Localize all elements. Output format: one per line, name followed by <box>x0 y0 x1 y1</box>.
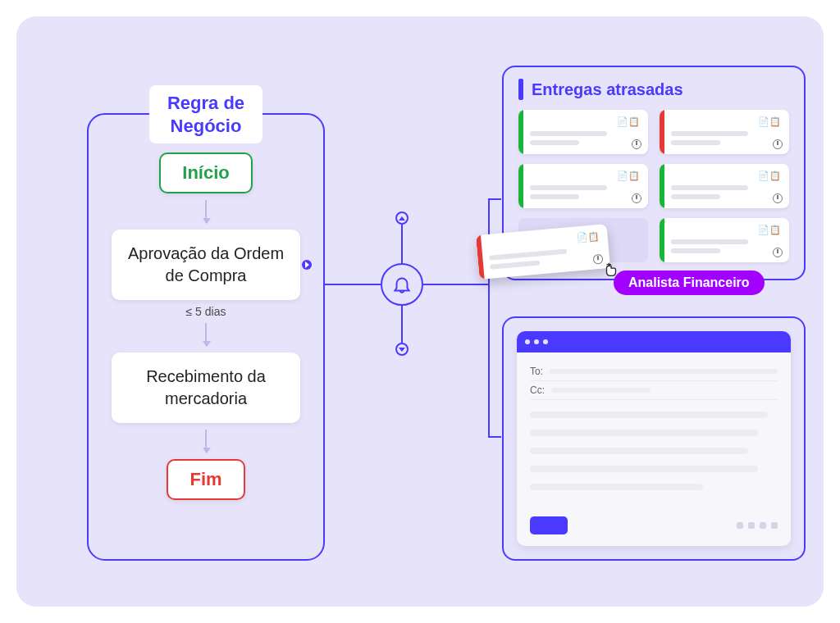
email-send-button[interactable] <box>530 516 568 534</box>
status-stripe-green <box>660 218 664 262</box>
connector-line <box>488 436 501 438</box>
window-dot-icon <box>525 339 530 344</box>
late-deliveries-header: Entregas atrasadas <box>518 79 789 100</box>
placeholder-line <box>530 466 758 472</box>
connector-line <box>488 198 501 200</box>
connector-line <box>423 284 489 285</box>
clock-icon <box>773 248 783 257</box>
status-stripe-green <box>660 164 664 208</box>
flow-end-node: Fim <box>167 459 244 500</box>
flow-start-node: Início <box>159 152 252 193</box>
card-meta-icons: 📄📋 <box>488 231 600 252</box>
connector-arrow-down-icon <box>395 343 409 356</box>
email-cc-label: Cc: <box>530 384 545 396</box>
connector-line <box>325 284 381 285</box>
card-meta-icons: 📄📋 <box>671 171 781 181</box>
email-titlebar <box>517 331 791 352</box>
status-stripe-red <box>660 110 664 154</box>
card-meta-icons: 📄📋 <box>671 225 781 235</box>
clock-icon <box>632 193 641 203</box>
task-card[interactable]: 📄📋 <box>518 164 648 208</box>
footer-action-icon[interactable] <box>748 522 755 529</box>
branch-play-icon <box>302 260 312 270</box>
email-to-row: To: <box>530 362 778 381</box>
task-card[interactable]: 📄📋 <box>660 110 789 154</box>
flow-sla-label: ≤ 5 dias <box>186 305 226 318</box>
diagram-canvas: Regra de Negócio Início Aprovação da Ord… <box>16 16 824 607</box>
flow-stage-approval: Aprovação da Ordem de Compra <box>112 230 300 300</box>
flow-column: Início Aprovação da Ordem de Compra ≤ 5 … <box>112 152 300 500</box>
clock-icon <box>632 139 641 149</box>
footer-action-icon[interactable] <box>771 522 778 529</box>
status-stripe-green <box>518 110 523 154</box>
email-window: To: Cc: <box>517 331 791 546</box>
rule-title-line1: Regra de <box>167 93 244 113</box>
task-card[interactable]: 📄📋 <box>660 164 789 208</box>
card-meta-icons: 📄📋 <box>530 116 640 127</box>
placeholder-line <box>530 484 703 490</box>
flow-arrow-icon <box>205 200 207 223</box>
flow-stage-approval-label: Aprovação da Ordem de Compra <box>128 244 284 284</box>
email-footer <box>517 508 791 546</box>
connector-arrow-up-icon <box>395 211 409 225</box>
rule-title-line2: Negócio <box>171 116 242 136</box>
accent-bar <box>518 79 523 100</box>
connector-line <box>401 306 403 344</box>
window-dot-icon <box>534 339 539 344</box>
email-footer-actions <box>737 522 778 529</box>
flow-arrow-icon <box>205 323 207 346</box>
card-meta-icons: 📄📋 <box>671 116 781 127</box>
business-rule-panel: Regra de Negócio Início Aprovação da Ord… <box>87 113 325 561</box>
email-panel: To: Cc: <box>502 316 806 561</box>
footer-action-icon[interactable] <box>760 522 766 529</box>
email-cc-row: Cc: <box>530 381 778 400</box>
window-dot-icon <box>543 339 548 344</box>
late-deliveries-title: Entregas atrasadas <box>532 80 683 99</box>
connector-line <box>401 225 403 263</box>
clock-icon <box>773 193 783 203</box>
task-card[interactable]: 📄📋 <box>518 110 648 154</box>
business-rule-title: Regra de Negócio <box>149 85 262 143</box>
email-to-label: To: <box>530 366 543 377</box>
flow-stage-receiving: Recebimento da mercadoria <box>112 352 300 423</box>
placeholder-line <box>530 430 758 436</box>
email-body: To: Cc: <box>517 352 791 508</box>
bell-icon <box>391 274 413 295</box>
task-card[interactable]: 📄📋 <box>660 218 789 262</box>
alert-bell-node <box>381 263 423 306</box>
placeholder-line <box>530 412 768 418</box>
clock-icon <box>773 139 783 149</box>
placeholder-line <box>530 448 748 454</box>
footer-action-icon[interactable] <box>737 522 743 529</box>
flow-arrow-icon <box>205 430 207 452</box>
card-meta-icons: 📄📋 <box>530 171 640 181</box>
placeholder-line <box>551 388 651 393</box>
role-badge: Analista Financeiro <box>614 271 765 295</box>
placeholder-line <box>550 369 778 374</box>
status-stripe-red <box>476 235 485 280</box>
status-stripe-green <box>518 164 523 208</box>
